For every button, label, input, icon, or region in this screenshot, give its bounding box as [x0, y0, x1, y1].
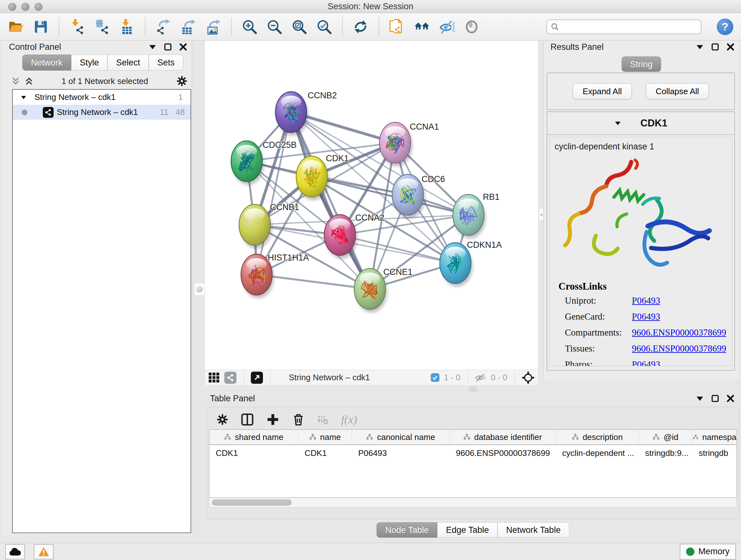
- table-cell[interactable]: CDK1: [209, 445, 298, 461]
- column-header-namespace[interactable]: namespace: [692, 430, 737, 445]
- crosslink-link[interactable]: 9606.ENSP00000378699: [632, 327, 726, 338]
- gene-collapse-caret-icon[interactable]: [614, 120, 621, 127]
- horizontal-scrollbar[interactable]: [209, 498, 737, 508]
- network-node-CCNE1[interactable]: [354, 268, 387, 313]
- network-node-CDK1[interactable]: [296, 156, 329, 200]
- open-in-window-button[interactable]: [251, 372, 263, 384]
- help-button[interactable]: ?: [717, 18, 733, 35]
- zoom-fit-button[interactable]: [291, 18, 308, 35]
- left-splitter-handle[interactable]: [194, 283, 205, 296]
- collapse-all-button[interactable]: Collapse All: [646, 83, 709, 99]
- create-column-plus-icon[interactable]: [266, 413, 279, 426]
- expand-all-networks-icon[interactable]: [11, 77, 20, 85]
- node-table[interactable]: shared namenamecanonical namedatabase id…: [209, 429, 737, 498]
- scrollbar-thumb[interactable]: [212, 499, 292, 506]
- import-network-database-button[interactable]: [94, 18, 111, 35]
- float-panel-icon[interactable]: [711, 43, 719, 51]
- table-cell[interactable]: 9606.ENSP00000378699: [450, 445, 556, 461]
- collapse-all-networks-icon[interactable]: [25, 77, 33, 85]
- network-edge-CCNB2-HIST1H1A[interactable]: [257, 112, 291, 274]
- export-image-button[interactable]: [205, 18, 221, 35]
- memory-button[interactable]: Memory: [680, 544, 736, 560]
- network-node-CCNB1[interactable]: [239, 204, 272, 248]
- import-table-button[interactable]: [119, 18, 135, 35]
- table-row[interactable]: CDK1CDK1P064939606.ENSP00000378699cyclin…: [209, 445, 737, 461]
- cloud-status-button[interactable]: [5, 544, 25, 559]
- crosslink-link[interactable]: P06493: [632, 311, 660, 322]
- network-graph[interactable]: CCNB2CCNA1CDC25BCDK1CDC6RB1CCNB1CCNA2CDK…: [205, 41, 538, 369]
- tab-sets[interactable]: Sets: [149, 55, 183, 71]
- column-header-shared-name[interactable]: shared name: [209, 430, 298, 445]
- tab-network-table[interactable]: Network Table: [497, 522, 569, 538]
- column-header-description[interactable]: description: [556, 430, 639, 445]
- open-session-button[interactable]: [8, 18, 24, 35]
- table-cell[interactable]: CDK1: [298, 445, 352, 461]
- tab-node-table[interactable]: Node Table: [377, 522, 437, 538]
- crosslink-link[interactable]: 9606.ENSP00000378699: [632, 343, 726, 354]
- fit-selected-button[interactable]: [522, 371, 535, 384]
- close-panel-icon[interactable]: [179, 43, 187, 51]
- hide-graphics-details-button[interactable]: [439, 18, 455, 35]
- collapse-panel-icon[interactable]: [696, 394, 704, 402]
- delete-column-trash-icon[interactable]: [292, 413, 305, 426]
- collapse-panel-icon[interactable]: [148, 43, 157, 51]
- expand-all-button[interactable]: Expand All: [573, 83, 632, 99]
- column-header-database-identifier[interactable]: database identifier: [450, 430, 556, 445]
- network-options-gear-icon[interactable]: [177, 76, 187, 86]
- network-node-CDC6[interactable]: [392, 174, 425, 219]
- tab-select[interactable]: Select: [108, 55, 149, 71]
- zoom-out-button[interactable]: [266, 18, 283, 35]
- column-header-name[interactable]: name: [298, 430, 352, 445]
- float-panel-icon[interactable]: [164, 43, 172, 51]
- tab-edge-table[interactable]: Edge Table: [437, 522, 497, 538]
- refresh-view-button[interactable]: [352, 18, 369, 35]
- table-settings-gear-icon[interactable]: [217, 414, 228, 425]
- crosslink-link[interactable]: P06493: [632, 359, 660, 366]
- show-columns-icon[interactable]: [241, 413, 254, 426]
- selected-checkbox-icon[interactable]: [431, 373, 440, 382]
- table-panel: Table Panel f(x) shared namenamecanonica…: [207, 392, 739, 537]
- string-export-button[interactable]: [389, 18, 405, 35]
- node-label-CCNA2: CCNA2: [355, 213, 385, 223]
- network-view[interactable]: CCNB2CCNA1CDC25BCDK1CDC6RB1CCNB1CCNA2CDK…: [204, 41, 539, 385]
- collection-expand-caret-icon[interactable]: [20, 94, 27, 101]
- table-cell[interactable]: stringdb:9...: [639, 445, 692, 461]
- zoom-in-button[interactable]: [241, 18, 258, 35]
- tab-network[interactable]: Network: [22, 55, 71, 71]
- zoom-selected-button[interactable]: [316, 18, 333, 35]
- string-style-button[interactable]: [224, 372, 237, 384]
- float-panel-icon[interactable]: [711, 394, 719, 402]
- network-collection-row[interactable]: String Network – cdk1 1: [13, 90, 191, 105]
- collapse-panel-icon[interactable]: [696, 43, 704, 51]
- column-header-canonical-name[interactable]: canonical name: [352, 430, 450, 445]
- warnings-button[interactable]: [34, 544, 54, 559]
- tab-style[interactable]: Style: [71, 55, 108, 71]
- table-cell[interactable]: P06493: [352, 445, 450, 461]
- crosslink-link[interactable]: P06493: [632, 295, 660, 306]
- tab-string[interactable]: String: [621, 57, 661, 72]
- import-network-file-button[interactable]: [69, 18, 85, 35]
- column-header--id[interactable]: @id: [639, 430, 692, 445]
- hidden-eye-slash-icon: [475, 373, 486, 382]
- zoom-window-button[interactable]: [35, 3, 43, 11]
- footer-separator: [270, 371, 270, 384]
- export-table-button[interactable]: [180, 18, 197, 35]
- close-window-button[interactable]: [8, 3, 16, 11]
- table-cell[interactable]: stringdb: [692, 445, 737, 461]
- inactive-eye-button[interactable]: [463, 18, 480, 35]
- minimize-window-button[interactable]: [21, 3, 29, 11]
- birdseye-grid-button[interactable]: [208, 372, 220, 383]
- close-panel-icon[interactable]: [726, 394, 735, 402]
- network-row[interactable]: String Network – cdk1 11 48: [13, 105, 191, 120]
- network-node-CCNA2[interactable]: [324, 214, 357, 259]
- save-session-button[interactable]: [32, 18, 49, 35]
- close-panel-icon[interactable]: [726, 43, 735, 51]
- home-panels-button[interactable]: [414, 18, 430, 35]
- export-network-button[interactable]: [155, 18, 172, 35]
- bottom-splitter-handle[interactable]: [468, 386, 477, 392]
- network-node-CCNB2[interactable]: [275, 91, 308, 136]
- search-input[interactable]: [546, 19, 701, 34]
- table-cell[interactable]: cyclin-dependent ...: [556, 445, 639, 461]
- image-icon: [208, 27, 217, 34]
- network-node-RB1[interactable]: [453, 194, 486, 239]
